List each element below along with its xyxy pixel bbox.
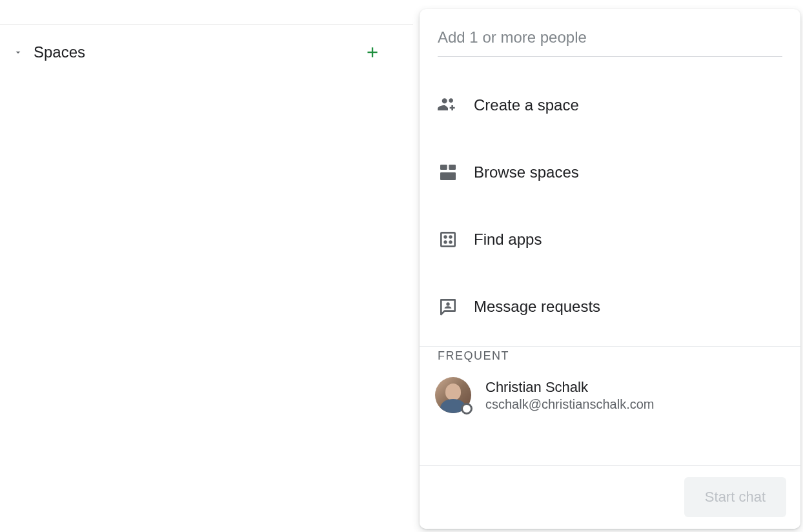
popup-content: Create a space Browse spaces Find apps M… (420, 66, 800, 465)
svg-point-9 (450, 241, 452, 243)
browse-icon (438, 162, 474, 183)
add-space-button[interactable] (360, 39, 385, 65)
people-search-input[interactable] (438, 28, 782, 57)
message-person-icon (438, 296, 474, 317)
popup-menu-list: Create a space Browse spaces Find apps M… (420, 66, 800, 347)
menu-label: Create a space (474, 96, 579, 114)
frequent-contact[interactable]: Christian Schalk cschalk@christianschalk… (420, 363, 800, 427)
svg-point-10 (446, 302, 449, 305)
menu-label: Browse spaces (474, 163, 579, 181)
menu-item-message-requests[interactable]: Message requests (420, 283, 800, 331)
group-add-icon (438, 95, 474, 116)
start-chat-button[interactable]: Start chat (684, 477, 786, 517)
svg-point-7 (450, 236, 452, 238)
menu-label: Find apps (474, 230, 542, 249)
presence-indicator (461, 403, 473, 414)
svg-point-6 (445, 236, 447, 238)
avatar-wrap (435, 377, 471, 413)
menu-item-find-apps[interactable]: Find apps (420, 216, 800, 263)
svg-rect-2 (440, 165, 447, 170)
menu-item-browse-spaces[interactable]: Browse spaces (420, 148, 800, 196)
svg-rect-3 (449, 165, 456, 170)
popup-footer: Start chat (420, 465, 800, 529)
contact-text: Christian Schalk cschalk@christianschalk… (485, 379, 655, 412)
contact-name: Christian Schalk (485, 379, 655, 396)
menu-item-create-space[interactable]: Create a space (420, 81, 800, 129)
svg-rect-4 (440, 172, 456, 180)
sidebar-section-spaces[interactable]: Spaces (0, 36, 398, 68)
top-divider (0, 25, 413, 25)
new-chat-popup: Create a space Browse spaces Find apps M… (420, 9, 800, 529)
svg-point-8 (445, 241, 447, 243)
menu-label: Message requests (474, 298, 600, 316)
sidebar-section-title: Spaces (34, 43, 360, 61)
contact-email: cschalk@christianschalk.com (485, 397, 655, 412)
apps-grid-icon (438, 229, 474, 250)
svg-rect-5 (441, 232, 454, 246)
frequent-header: FREQUENT (420, 347, 800, 363)
chevron-down-icon (13, 47, 23, 57)
